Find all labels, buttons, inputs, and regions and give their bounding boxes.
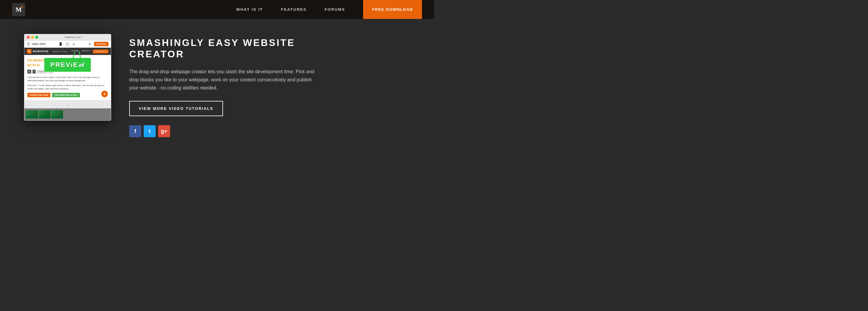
toolbar-left: ☰ index.html [27, 42, 46, 46]
brand-label: MOBIRISE [33, 50, 49, 53]
app-body-text-2: Click red "+" in the bottom right corner… [27, 84, 108, 90]
google-plus-button[interactable]: g+ [158, 125, 170, 137]
font-size[interactable]: 21 [48, 70, 53, 73]
mini-logo-letter: M [28, 50, 31, 53]
window-max-btn[interactable] [35, 36, 38, 39]
gear-icon: ✳ [21, 4, 24, 9]
publish-button[interactable]: Publish [94, 42, 108, 46]
file-name-label: index.html [32, 42, 46, 46]
window-min-btn[interactable] [31, 36, 34, 39]
app-cta-buttons: DOWNLOAD NOW FOR WINDOWS & MAC [27, 93, 108, 97]
strip-thumb-1 [26, 110, 38, 118]
bold-btn[interactable]: B [27, 70, 31, 74]
nav-what-is-it[interactable]: WHAT IS IT [236, 7, 263, 12]
app-headline: MOBIRISE WEBSITE BUILD [27, 58, 108, 67]
device-switcher: 📱 ⬜ 🖥 [59, 42, 75, 46]
font-select[interactable]: Roboto [37, 70, 47, 73]
app-body-text-1: Click any text to edit or style it. Clic… [27, 76, 108, 82]
tablet-view-icon[interactable]: ⬜ [65, 42, 69, 46]
main-description: The drag-and-drop webpage creator lets y… [129, 68, 316, 92]
strip-thumb-2 [38, 110, 51, 118]
app-nav-items: HOME ABOUT CONTACT [71, 49, 108, 54]
main-content: Mobirise 2.8.7 ☰ index.html 📱 ⬜ 🖥 👁 Publ… [0, 19, 434, 156]
scroll-down-area: ⌄ [24, 100, 111, 108]
mini-logo-icon: M [27, 49, 32, 54]
mobile-view-label: Mobile View [53, 50, 67, 53]
app-windows-btn[interactable]: FOR WINDOWS & MAC [52, 93, 80, 97]
video-tutorials-button[interactable]: VIEW MORE VIDEO TUTORIALS [129, 101, 223, 116]
app-titlebar: Mobirise 2.8.7 [24, 34, 111, 40]
social-icons-row: f t g+ [129, 125, 316, 137]
app-title: Mobirise 2.8.7 [65, 36, 82, 39]
mobile-view-icon[interactable]: 📱 [59, 42, 63, 46]
facebook-button[interactable]: f [129, 125, 141, 137]
bottom-thumbnail-strip [24, 108, 111, 120]
free-download-button[interactable]: FREE DOWNLOAD [363, 0, 422, 19]
logo-icon: M ✳ [12, 3, 25, 16]
app-content-area: MOBIRISE WEBSITE BUILD B I Roboto 21 Cli… [24, 55, 111, 100]
window-controls [27, 36, 38, 39]
main-title: SMASHINGLY EASY WEBSITE CREATOR [129, 37, 316, 60]
app-window: Mobirise 2.8.7 ☰ index.html 📱 ⬜ 🖥 👁 Publ… [24, 34, 111, 121]
app-toolbar: ☰ index.html 📱 ⬜ 🖥 👁 Publish [24, 40, 111, 48]
nav-forums[interactable]: FORUMS [324, 7, 345, 12]
desktop-view-icon[interactable]: 🖥 [72, 42, 75, 46]
style-bar: B I Roboto 21 [27, 70, 108, 74]
nav-menu: WHAT IS IT FEATURES FORUMS FREE DOWNLOAD [236, 0, 422, 19]
right-content: SMASHINGLY EASY WEBSITE CREATOR The drag… [129, 31, 316, 137]
nav-contact: CONTACT [93, 49, 108, 54]
app-download-btn[interactable]: DOWNLOAD NOW [27, 93, 51, 97]
window-close-btn[interactable] [27, 36, 30, 39]
app-logo-mini: M MOBIRISE [27, 49, 49, 54]
toolbar-right: 👁 Publish [88, 42, 108, 46]
hamburger-icon[interactable]: ☰ [27, 42, 30, 46]
nav-features[interactable]: FEATURES [281, 7, 307, 12]
app-subtoolbar: M MOBIRISE Mobile View HOME ABOUT CONTAC… [24, 48, 111, 55]
italic-btn[interactable]: I [32, 70, 35, 74]
twitter-button[interactable]: t [144, 125, 156, 137]
app-screenshot-container: Mobirise 2.8.7 ☰ index.html 📱 ⬜ 🖥 👁 Publ… [24, 34, 111, 121]
nav-home: HOME [71, 49, 79, 54]
navbar: M ✳ WHAT IS IT FEATURES FORUMS FREE DOWN… [0, 0, 434, 19]
scroll-arrow-icon: ⌄ [66, 103, 69, 107]
nav-about: ABOUT [82, 49, 90, 54]
logo[interactable]: M ✳ [12, 3, 25, 16]
strip-thumb-3 [51, 110, 63, 118]
preview-icon[interactable]: 👁 [88, 42, 92, 46]
